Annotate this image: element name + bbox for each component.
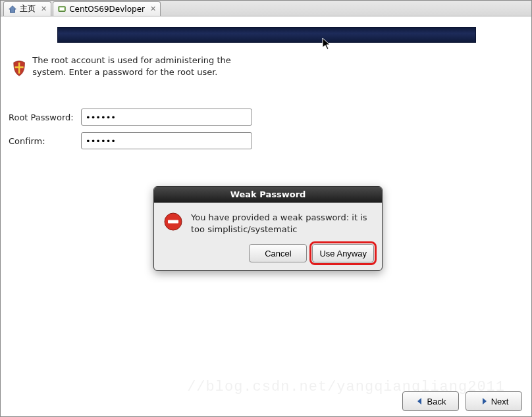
confirm-password-label: Confirm: [9,136,81,146]
tab-bar: 主页 ✕ CentOS69Devloper ✕ [1,1,531,16]
tab-centos[interactable]: CentOS69Devloper ✕ [53,1,161,16]
arrow-right-icon [479,397,489,406]
error-icon [163,212,183,232]
app-window: 主页 ✕ CentOS69Devloper ✕ The root account… [0,0,532,417]
cancel-button[interactable]: Cancel [249,244,307,262]
dialog-buttons: Cancel Use Anyway [154,237,382,270]
use-anyway-button[interactable]: Use Anyway [312,244,374,262]
dialog-message: You have provided a weak password: it is… [191,212,371,235]
dialog-title: Weak Password [154,187,382,203]
vm-icon [57,5,66,14]
arrow-left-icon [415,397,425,406]
bottom-nav: Back Next [402,391,522,411]
password-form: Root Password: Confirm: [9,109,252,156]
confirm-password-input[interactable] [81,132,252,149]
svg-rect-1 [60,7,65,10]
tab-label: CentOS69Devloper [69,5,145,14]
root-password-row: Root Password: [9,109,252,126]
root-password-input[interactable] [81,109,252,126]
next-button[interactable]: Next [466,391,522,411]
intro-row: The root account is used for administeri… [13,55,263,82]
close-icon[interactable]: ✕ [41,5,47,13]
svg-rect-5 [168,220,178,224]
back-label: Back [427,397,446,406]
home-icon [8,5,17,14]
tab-label: 主页 [20,3,36,14]
dialog-body: You have provided a weak password: it is… [154,203,382,237]
confirm-password-row: Confirm: [9,132,252,149]
root-password-label: Root Password: [9,112,81,122]
installer-panel: The root account is used for administeri… [1,16,531,416]
tab-home[interactable]: 主页 ✕ [3,1,51,16]
back-button[interactable]: Back [402,391,459,411]
close-icon[interactable]: ✕ [150,5,156,13]
svg-rect-3 [15,66,24,68]
next-label: Next [491,397,509,406]
intro-text: The root account is used for administeri… [32,55,263,78]
weak-password-dialog: Weak Password You have provided a weak p… [153,186,383,271]
header-banner [57,27,476,43]
shield-icon [13,55,26,82]
